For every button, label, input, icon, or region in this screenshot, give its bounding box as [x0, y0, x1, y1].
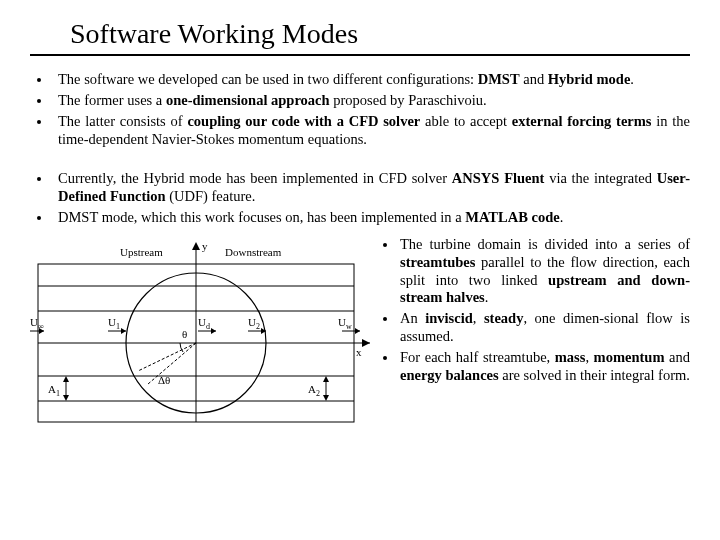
svg-line-11 [138, 343, 196, 371]
downstream-label: Downstream [225, 246, 282, 258]
svg-marker-20 [211, 328, 216, 334]
svg-text:Uw: Uw [338, 316, 352, 331]
x-axis-label: x [356, 346, 362, 358]
u1-arrow: U1 [108, 316, 126, 334]
svg-text:A1: A1 [48, 383, 60, 398]
svg-text:A2: A2 [308, 383, 320, 398]
svg-marker-26 [355, 328, 360, 334]
svg-text:U∞: U∞ [30, 316, 44, 331]
y-axis-label: y [202, 240, 208, 252]
theta-label: θ [182, 328, 187, 340]
streamtube-diagram: Upstream Downstream y x θ Δθ U∞ U1 [30, 236, 370, 436]
list-item: The latter consists of coupling our code… [52, 112, 690, 148]
bullet-group-a: The software we developed can be used in… [30, 70, 690, 149]
list-item: The former uses a one-dimensional approa… [52, 91, 690, 109]
svg-text:Ud: Ud [198, 316, 210, 331]
svg-text:U2: U2 [248, 316, 260, 331]
page-title: Software Working Modes [30, 18, 690, 56]
svg-marker-10 [362, 339, 370, 347]
svg-line-12 [148, 343, 196, 384]
list-item: DMST mode, which this work focuses on, h… [52, 208, 690, 226]
a2-label: A2 [308, 376, 329, 401]
ud-arrow: Ud [198, 316, 216, 334]
dtheta-label: Δθ [158, 374, 170, 386]
uw-arrow: Uw [338, 316, 360, 334]
list-item: An inviscid, steady, one dimen-sional fl… [398, 310, 690, 346]
svg-marker-33 [323, 376, 329, 382]
bullet-group-b: Currently, the Hybrid mode has been impl… [30, 169, 690, 226]
u-inf-arrow: U∞ [30, 316, 44, 334]
list-item: Currently, the Hybrid mode has been impl… [52, 169, 690, 205]
svg-marker-34 [323, 395, 329, 401]
list-item: The turbine domain is divided into a ser… [398, 236, 690, 307]
list-item: For each half streamtube, mass, momentum… [398, 349, 690, 385]
svg-marker-29 [63, 376, 69, 382]
svg-text:U1: U1 [108, 316, 120, 331]
list-item: The software we developed can be used in… [52, 70, 690, 88]
svg-marker-8 [192, 242, 200, 250]
bullet-group-c: The turbine domain is divided into a ser… [378, 236, 690, 385]
svg-marker-17 [121, 328, 126, 334]
a1-label: A1 [48, 376, 69, 401]
upstream-label: Upstream [120, 246, 163, 258]
svg-marker-30 [63, 395, 69, 401]
